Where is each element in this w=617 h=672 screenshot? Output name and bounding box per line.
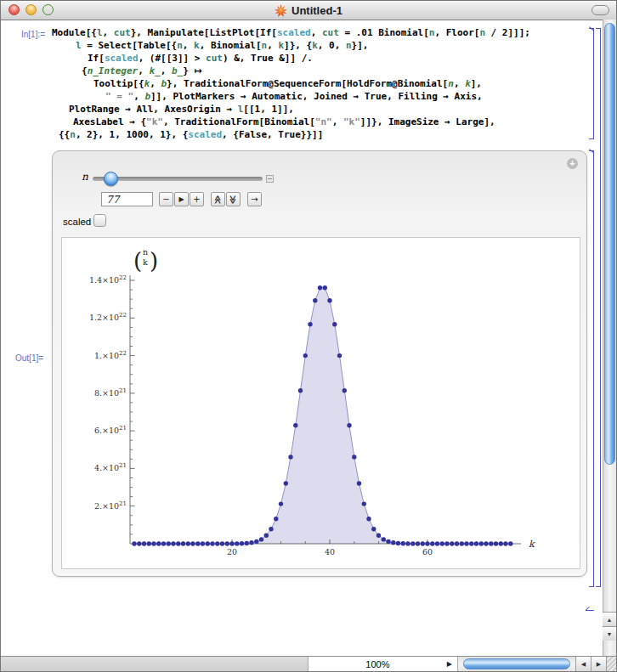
status-bar: 100% ▶ ◀ ▶: [1, 656, 616, 671]
title-bar[interactable]: Untitled-1: [1, 1, 616, 20]
slower-button[interactable]: ≪: [226, 192, 241, 206]
svg-text:k: k: [143, 257, 148, 267]
left-arrow-icon: ◀: [581, 661, 586, 668]
scroll-up-button[interactable]: ▲: [603, 612, 616, 626]
in-cell-label: In[1]:=: [21, 30, 45, 39]
svg-text:8.×1021: 8.×1021: [94, 387, 127, 398]
svg-text:60: 60: [422, 547, 433, 556]
horizontal-scrollbar-thumb[interactable]: [463, 658, 570, 669]
svg-text:1.4×1022: 1.4×1022: [89, 274, 127, 285]
code-line: {n_Integer, k_, b_} ↦: [52, 65, 583, 77]
svg-text:(: (: [133, 248, 142, 274]
manipulate-panel: + n −▶+≪≪→ scaled 1.4×10221.2×10221.×102…: [52, 150, 587, 577]
status-message-area: [1, 657, 308, 671]
svg-text:40: 40: [325, 547, 335, 556]
toolbar-toggle-button[interactable]: [592, 5, 609, 15]
direction-button[interactable]: →: [247, 192, 262, 206]
scroll-right-button[interactable]: ▶: [591, 657, 606, 671]
n-slider[interactable]: [93, 172, 263, 186]
decrement-button[interactable]: −: [159, 192, 173, 206]
svg-text:2.×1021: 2.×1021: [94, 500, 127, 511]
play-button[interactable]: ▶: [174, 192, 189, 206]
vertical-scrollbar-thumb[interactable]: [604, 23, 615, 465]
down-arrow-icon: ▼: [607, 631, 613, 637]
code-line: If[scaled, (#[[3]] > cut) &, True &]] /.: [52, 52, 583, 65]
out-cell-bracket[interactable]: [589, 150, 594, 587]
right-arrow-icon: ▶: [597, 661, 601, 668]
manipulate-menu-button[interactable]: +: [567, 158, 578, 169]
vertical-scrollbar[interactable]: ▲ ▼: [603, 20, 616, 656]
svg-text:): ): [150, 248, 158, 274]
out-cell-label: Out[1]=: [15, 353, 43, 363]
scroll-left-button[interactable]: ◀: [575, 657, 591, 671]
magnification-value: 100%: [308, 659, 447, 669]
up-arrow-icon: ▲: [607, 617, 613, 623]
svg-text:1.2×1022: 1.2×1022: [89, 312, 127, 322]
scaled-checkbox-label: scaled: [63, 217, 91, 227]
cell-insertion-marker: [586, 607, 594, 613]
increment-button[interactable]: +: [190, 192, 204, 206]
code-line: AxesLabel → {"k", TraditionalForm[Binomi…: [52, 116, 583, 128]
binomial-listplot: 1.4×10221.2×10221.×10228.×10216.×10214.×…: [62, 238, 580, 568]
popup-arrow-icon: ▶: [447, 660, 457, 668]
mathematica-notebook-window: Untitled-1 In[1]:= Module[{l, cut}, Mani…: [0, 0, 617, 672]
svg-text:4.×1021: 4.×1021: [94, 462, 127, 472]
scaled-checkbox[interactable]: [93, 214, 106, 227]
svg-text:6.×1021: 6.×1021: [94, 425, 127, 435]
code-line: l = Select[Table[{n, k, Binomial[n, k]},…: [52, 39, 583, 52]
code-line: Tooltip[{k, b}, TraditionalForm@Sequence…: [52, 77, 583, 90]
slider-options-button[interactable]: [266, 175, 274, 183]
svg-text:20: 20: [227, 547, 237, 556]
code-line: {{n, 2}, 1, 1000, 1}, {scaled, {False, T…: [52, 128, 583, 141]
svg-text:n: n: [143, 247, 148, 257]
n-value-field[interactable]: [101, 192, 153, 206]
code-line: PlotRange → All, AxesOrigin → l[[1, 1]],: [52, 103, 583, 116]
slider-track[interactable]: [93, 177, 263, 181]
mathematica-spikey-icon: [275, 4, 287, 17]
slider-thumb[interactable]: [104, 172, 118, 186]
title-group: Untitled-1: [1, 1, 616, 20]
cell-group-bracket[interactable]: [596, 28, 601, 587]
window-title: Untitled-1: [292, 4, 342, 17]
code-line: " = ", b]], PlotMarkers → Automatic, Joi…: [52, 90, 583, 103]
code-line: Module[{l, cut}, Manipulate[ListPlot[If[…: [52, 26, 583, 39]
faster-button[interactable]: ≪: [211, 192, 225, 206]
scroll-down-button[interactable]: ▼: [603, 626, 616, 641]
plot-area[interactable]: 1.4×10221.2×10221.×10228.×10216.×10214.×…: [61, 237, 580, 569]
code-cell[interactable]: Module[{l, cut}, Manipulate[ListPlot[If[…: [52, 26, 583, 141]
svg-text:1.×1022: 1.×1022: [94, 350, 127, 360]
in-cell-bracket[interactable]: [589, 28, 594, 139]
window-resize-grip[interactable]: [606, 657, 617, 671]
horizontal-scrollbar[interactable]: [458, 657, 575, 671]
magnification-popup[interactable]: 100% ▶: [308, 657, 458, 671]
slider-variable-label: n: [82, 171, 88, 183]
svg-text:k: k: [529, 539, 535, 550]
